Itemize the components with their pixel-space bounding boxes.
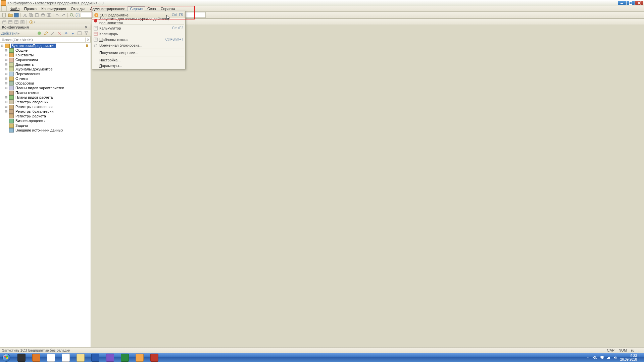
taskbar-app-pdf[interactable] (148, 354, 161, 361)
print-icon[interactable] (40, 12, 46, 18)
delete-icon[interactable] (57, 31, 62, 36)
tree-node[interactable]: ⊞Регистры накопления (0, 104, 91, 109)
actions-dropdown[interactable]: Действия (1, 31, 19, 35)
table-icon[interactable] (14, 19, 19, 25)
start-button[interactable] (0, 353, 13, 362)
paste-icon[interactable] (34, 12, 40, 18)
configuration-tree[interactable]: ⊟ БухгалтерияПредприятия ⊞Общие⊞Констант… (0, 43, 91, 353)
tree-node[interactable]: ⊞Обработки (0, 81, 91, 86)
panel-search-input[interactable] (0, 38, 85, 42)
menu-configuration[interactable]: Конфигурация (39, 6, 68, 11)
menu-help[interactable]: Справка (158, 6, 178, 11)
run-icon[interactable]: ▾ (28, 19, 36, 25)
menu-item[interactable]: Временная блокировка... (92, 42, 185, 48)
taskbar-app-yandex[interactable] (59, 354, 72, 361)
expander-icon[interactable]: ⊞ (5, 58, 8, 61)
taskbar-app-viber[interactable] (103, 354, 117, 361)
tray-language-indicator[interactable]: RU (592, 356, 597, 359)
about-icon[interactable] (75, 12, 81, 18)
menu-service[interactable]: Сервис (128, 6, 145, 11)
tray-clock[interactable]: 9:33 26.09.2018 (620, 354, 637, 361)
show-desktop-button[interactable] (640, 354, 642, 361)
menu-debug[interactable]: Отладка (68, 6, 88, 11)
tree-node[interactable]: ⊞Отчеты (0, 76, 91, 81)
wand-icon[interactable] (50, 31, 55, 36)
form-icon[interactable] (20, 19, 25, 25)
menu-item[interactable]: Получение лицензии... (92, 50, 185, 55)
tree-node[interactable]: ⊞Общие (0, 48, 91, 53)
open-icon[interactable] (8, 12, 13, 18)
tree-node[interactable]: ⊞Внешние источники данных (0, 128, 91, 133)
new-icon[interactable] (2, 12, 7, 18)
tree-node[interactable]: ⊞Планы видов характеристик (0, 86, 91, 90)
tree-node[interactable]: ⊞Регистры расчета (0, 114, 91, 118)
tree-root[interactable]: ⊟ БухгалтерияПредприятия (0, 43, 91, 48)
filter-icon[interactable] (84, 31, 89, 36)
movedown-icon[interactable] (70, 31, 76, 36)
volume-icon[interactable] (613, 356, 617, 360)
undo-icon[interactable] (55, 12, 60, 18)
edit-icon[interactable] (43, 31, 49, 36)
window-icon[interactable] (8, 19, 13, 25)
add-icon[interactable] (37, 31, 42, 36)
menu-item[interactable]: Параметры... (92, 63, 185, 68)
expander-icon[interactable]: ⊞ (5, 72, 8, 75)
expander-icon[interactable]: ⊞ (5, 96, 8, 99)
menu-administration[interactable]: Администрирование (88, 6, 128, 11)
minimize-button[interactable] (618, 1, 626, 5)
action-center-icon[interactable] (600, 356, 604, 360)
taskbar-app-firefox[interactable] (30, 354, 43, 361)
panel-close-icon[interactable]: ✕ (85, 25, 89, 29)
tree-node[interactable]: ⊞Планы видов расчета (0, 95, 91, 100)
expander-icon[interactable]: ⊞ (5, 100, 8, 104)
expander-icon[interactable]: ⊞ (5, 53, 8, 57)
menu-windows[interactable]: Окна (145, 6, 158, 11)
taskbar-app-excel[interactable] (118, 354, 132, 361)
system-menu-icon[interactable] (1, 6, 7, 11)
maximize-button[interactable] (627, 1, 635, 5)
tree-node[interactable]: ⊞Планы счетов (0, 90, 91, 95)
moveup-icon[interactable] (63, 31, 69, 36)
compare-icon[interactable] (46, 12, 52, 18)
menu-item[interactable]: КалькуляторCtrl+F2 (92, 25, 185, 31)
db-icon[interactable] (2, 19, 7, 25)
taskbar-app-chrome[interactable] (44, 354, 58, 361)
panel-search-clear-icon[interactable]: ✕ (85, 38, 90, 42)
menu-item[interactable]: Шаблоны текстаCtrl+Shift+T (92, 37, 185, 42)
copy-icon[interactable] (28, 12, 34, 18)
taskbar-app-1c[interactable] (133, 354, 146, 361)
expander-icon[interactable]: ⊞ (5, 67, 8, 71)
tree-node[interactable]: ⊞Журналы документов (0, 67, 91, 71)
menu-file[interactable]: Файл (8, 6, 22, 11)
network-icon[interactable] (607, 356, 611, 360)
expander-icon[interactable]: ⊞ (5, 82, 8, 85)
tree-node[interactable]: ⊞Константы (0, 53, 91, 57)
save-icon[interactable] (14, 12, 19, 18)
menu-item[interactable]: Запустить для записи журнала действий по… (92, 18, 185, 23)
tree-node[interactable]: ⊞Справочники (0, 57, 91, 62)
menu-item[interactable]: Календарь (92, 31, 185, 37)
expander-icon[interactable]: ⊟ (1, 44, 4, 47)
expander-icon[interactable]: ⊞ (5, 105, 8, 108)
tree-node[interactable]: ⊞Бизнес-процессы (0, 118, 91, 123)
close-button[interactable] (635, 1, 643, 5)
taskbar-app-explorer[interactable] (74, 354, 87, 361)
find-icon[interactable] (69, 12, 75, 18)
menu-item[interactable]: Настройка... (92, 57, 185, 63)
tree-node[interactable]: ⊞Регистры бухгалтерии (0, 109, 91, 114)
tray-overflow-icon[interactable] (586, 356, 590, 359)
redo-icon[interactable] (61, 12, 66, 18)
taskbar-app-winamp[interactable] (15, 354, 28, 361)
menu-edit[interactable]: Правка (22, 6, 39, 11)
cut-icon[interactable] (22, 12, 28, 18)
expander-icon[interactable]: ⊞ (5, 49, 8, 52)
tree-node[interactable]: ⊞Перечисления (0, 71, 91, 76)
tree-node[interactable]: ⊞Задачи (0, 123, 91, 128)
tree-node[interactable]: ⊞Регистры сведений (0, 100, 91, 104)
expander-icon[interactable]: ⊞ (5, 77, 8, 80)
sort-icon[interactable] (77, 31, 82, 36)
expander-icon[interactable]: ⊞ (5, 110, 8, 113)
expander-icon[interactable]: ⊞ (5, 86, 8, 90)
tree-node[interactable]: ⊞Документы (0, 62, 91, 67)
taskbar-app-word[interactable] (89, 354, 102, 361)
